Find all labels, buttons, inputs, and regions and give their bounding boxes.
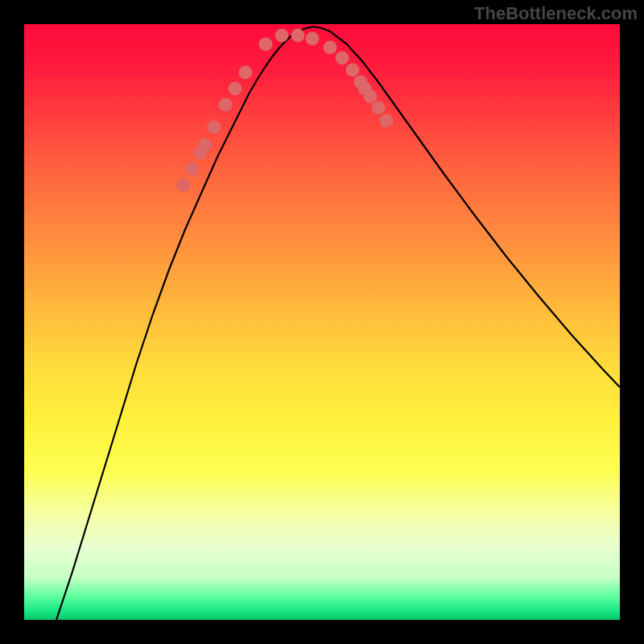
plot-area: [24, 24, 620, 620]
data-point: [306, 32, 320, 46]
data-point: [186, 163, 200, 176]
data-point: [239, 66, 253, 80]
data-point: [336, 52, 349, 65]
data-point: [208, 121, 221, 134]
data-point: [364, 90, 378, 104]
data-point: [346, 64, 360, 77]
watermark-text: TheBottleneck.com: [474, 3, 638, 24]
data-point: [275, 29, 289, 43]
data-point: [177, 179, 191, 192]
data-point: [199, 138, 213, 152]
data-point: [291, 29, 305, 43]
chart-svg: [24, 24, 620, 620]
data-point: [219, 98, 233, 112]
data-point: [372, 101, 386, 115]
data-point: [259, 38, 273, 52]
data-point: [380, 114, 394, 128]
bottleneck-curve: [56, 27, 620, 620]
data-point: [229, 82, 242, 96]
scatter-points: [177, 29, 394, 192]
data-point: [324, 41, 337, 55]
